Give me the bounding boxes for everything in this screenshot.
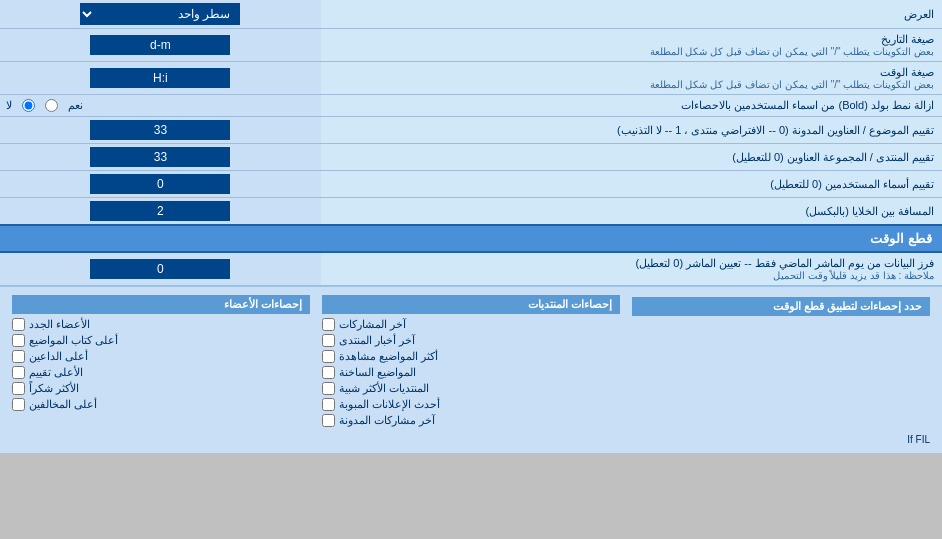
forum-stat-2: آخر أخبار المنتدى bbox=[322, 334, 620, 347]
topic-rating-row: تقييم الموضوع / العناوين المدونة (0 -- ا… bbox=[0, 117, 942, 144]
member-stat-5: الأكثر شكراً bbox=[12, 382, 310, 395]
bold-no-radio[interactable] bbox=[22, 99, 35, 112]
forum-stat-1-checkbox[interactable] bbox=[322, 318, 335, 331]
topic-rating-input[interactable] bbox=[90, 120, 230, 140]
display-select[interactable]: سطر واحد سطرين ثلاثة أسطر bbox=[80, 3, 240, 25]
member-stat-2: أعلى كتاب المواضيع bbox=[12, 334, 310, 347]
user-rating-input-cell bbox=[0, 171, 321, 198]
cutoff-input[interactable] bbox=[90, 259, 230, 279]
forum-rating-row: تقييم المنتدى / المجموعة العناوين (0 للت… bbox=[0, 144, 942, 171]
cell-spacing-label: المسافة بين الخلايا (بالبكسل) bbox=[321, 198, 942, 226]
forum-stat-5: المنتديات الأكثر شبية bbox=[322, 382, 620, 395]
display-input-cell: سطر واحد سطرين ثلاثة أسطر bbox=[0, 0, 321, 29]
forum-stat-3: أكثر المواضيع مشاهدة bbox=[322, 350, 620, 363]
member-stat-5-checkbox[interactable] bbox=[12, 382, 25, 395]
display-label: العرض bbox=[321, 0, 942, 29]
radio-no-label: لا bbox=[6, 99, 12, 112]
forum-stat-7-checkbox[interactable] bbox=[322, 414, 335, 427]
member-stat-4-checkbox[interactable] bbox=[12, 366, 25, 379]
forum-rating-label: تقييم المنتدى / المجموعة العناوين (0 للت… bbox=[321, 144, 942, 171]
forum-stat-5-checkbox[interactable] bbox=[322, 382, 335, 395]
topic-rating-input-cell bbox=[0, 117, 321, 144]
topic-rating-label: تقييم الموضوع / العناوين المدونة (0 -- ا… bbox=[321, 117, 942, 144]
member-stats-header: إحصاءات الأعضاء bbox=[12, 295, 310, 314]
forum-stat-6: أحدث الإعلانات المبوبة bbox=[322, 398, 620, 411]
display-row: العرض سطر واحد سطرين ثلاثة أسطر bbox=[0, 0, 942, 29]
bold-radio-cell: نعم لا bbox=[0, 95, 321, 117]
bold-yes-radio[interactable] bbox=[45, 99, 58, 112]
cell-spacing-input-cell bbox=[0, 198, 321, 226]
member-stat-3-checkbox[interactable] bbox=[12, 350, 25, 363]
member-stat-1-checkbox[interactable] bbox=[12, 318, 25, 331]
forum-rating-input[interactable] bbox=[90, 147, 230, 167]
forum-stat-4-checkbox[interactable] bbox=[322, 366, 335, 379]
date-format-input[interactable] bbox=[90, 35, 230, 55]
cutoff-label: فرز البيانات من يوم الماشر الماضي فقط --… bbox=[321, 252, 942, 286]
date-format-row: صيغة التاريخ بعض التكوينات يتطلب "/" الت… bbox=[0, 29, 942, 62]
member-stat-1: الأعضاء الجدد bbox=[12, 318, 310, 331]
bold-label: ازالة نمط بولد (Bold) من اسماء المستخدمي… bbox=[321, 95, 942, 117]
forum-stats-col: إحصاءات المنتديات آخر المشاركات آخر أخبا… bbox=[316, 293, 626, 432]
member-stat-6-checkbox[interactable] bbox=[12, 398, 25, 411]
bottom-stats-cell: حدد إحصاءات لتطبيق قطع الوقت إحصاءات الم… bbox=[0, 286, 942, 454]
member-stat-3: أعلى الداعين bbox=[12, 350, 310, 363]
user-rating-label: تقييم أسماء المستخدمين (0 للتعطيل) bbox=[321, 171, 942, 198]
cutoff-section-title: قطع الوقت bbox=[0, 225, 942, 252]
stats-apply-header: حدد إحصاءات لتطبيق قطع الوقت bbox=[632, 297, 930, 316]
time-format-input-cell bbox=[0, 62, 321, 95]
cutoff-row: فرز البيانات من يوم الماشر الماضي فقط --… bbox=[0, 252, 942, 286]
user-rating-input[interactable] bbox=[90, 174, 230, 194]
if-fil-text: If FIL bbox=[6, 432, 936, 447]
date-format-input-cell bbox=[0, 29, 321, 62]
bold-row: ازالة نمط بولد (Bold) من اسماء المستخدمي… bbox=[0, 95, 942, 117]
forum-stat-7: آخر مشاركات المدونة bbox=[322, 414, 620, 427]
cutoff-section-header: قطع الوقت bbox=[0, 225, 942, 252]
forum-stat-3-checkbox[interactable] bbox=[322, 350, 335, 363]
forum-rating-input-cell bbox=[0, 144, 321, 171]
time-format-input[interactable] bbox=[90, 68, 230, 88]
member-stats-col: إحصاءات الأعضاء الأعضاء الجدد أعلى كتاب … bbox=[6, 293, 316, 432]
bottom-stats-row: حدد إحصاءات لتطبيق قطع الوقت إحصاءات الم… bbox=[0, 286, 942, 454]
member-stat-2-checkbox[interactable] bbox=[12, 334, 25, 347]
forum-stats-header: إحصاءات المنتديات bbox=[322, 295, 620, 314]
forum-stat-1: آخر المشاركات bbox=[322, 318, 620, 331]
cell-spacing-row: المسافة بين الخلايا (بالبكسل) bbox=[0, 198, 942, 226]
forum-stat-6-checkbox[interactable] bbox=[322, 398, 335, 411]
forum-stat-4: المواضيع الساخنة bbox=[322, 366, 620, 379]
user-rating-row: تقييم أسماء المستخدمين (0 للتعطيل) bbox=[0, 171, 942, 198]
stats-label-col: حدد إحصاءات لتطبيق قطع الوقت bbox=[626, 293, 936, 432]
date-format-label: صيغة التاريخ بعض التكوينات يتطلب "/" الت… bbox=[321, 29, 942, 62]
time-format-label: صيغة الوقت بعض التكوينات يتطلب "/" التي … bbox=[321, 62, 942, 95]
time-format-row: صيغة الوقت بعض التكوينات يتطلب "/" التي … bbox=[0, 62, 942, 95]
forum-stat-2-checkbox[interactable] bbox=[322, 334, 335, 347]
radio-yes-label: نعم bbox=[68, 99, 83, 112]
member-stat-6: أعلى المخالفين bbox=[12, 398, 310, 411]
cell-spacing-input[interactable] bbox=[90, 201, 230, 221]
member-stat-4: الأعلى تقييم bbox=[12, 366, 310, 379]
cutoff-input-cell bbox=[0, 252, 321, 286]
